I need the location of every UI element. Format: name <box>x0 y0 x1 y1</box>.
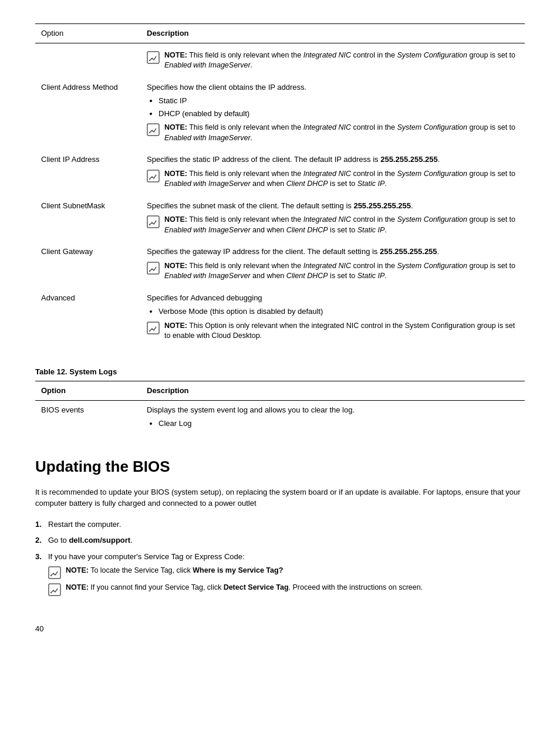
table-row: Advanced Specifies for Advanced debuggin… <box>35 289 525 349</box>
note-icon <box>48 583 61 596</box>
desc-cell: Displays the system event log and allows… <box>141 400 525 438</box>
note-text: NOTE: This field is only relevant when t… <box>164 50 519 71</box>
desc-text: Specifies the gateway IP address for the… <box>147 247 439 256</box>
note-text: NOTE: This Option is only relevant when … <box>164 321 519 341</box>
step-3: 3. If you have your computer's Service T… <box>35 551 525 600</box>
table-row: Client IP Address Specifies the static I… <box>35 150 525 197</box>
svg-point-15 <box>50 592 52 593</box>
note-icon <box>147 123 160 136</box>
option-cell: Client Address Method <box>35 78 141 151</box>
system-logs-desc-header: Description <box>141 381 525 401</box>
bullet-list: Verbose Mode (this option is disabled by… <box>158 306 519 317</box>
system-logs-table: Option Description BIOS events Displays … <box>35 381 525 438</box>
svg-rect-0 <box>147 52 159 63</box>
desc-cell: Specifies the static IP address of the c… <box>141 150 525 197</box>
note-box: NOTE: This field is only relevant when t… <box>147 215 519 235</box>
svg-point-1 <box>149 59 150 60</box>
note-text: NOTE: This field is only relevant when t… <box>164 215 519 235</box>
table-row: Client SubnetMask Specifies the subnet m… <box>35 197 525 243</box>
note-text: NOTE: This field is only relevant when t… <box>164 123 519 143</box>
step-2: 2. Go to dell.com/support. <box>35 535 525 546</box>
svg-rect-2 <box>147 124 159 136</box>
updating-bios-section: Updating the BIOS It is recommended to u… <box>35 455 525 600</box>
svg-point-3 <box>149 132 150 133</box>
step-number: 1. <box>35 519 48 530</box>
section-title: Updating the BIOS <box>35 455 525 478</box>
step-number: 3. <box>35 551 48 563</box>
table-row: BIOS events Displays the system event lo… <box>35 400 525 438</box>
note-text: NOTE: This field is only relevant when t… <box>164 169 519 190</box>
note-box-service-tag: NOTE: To locate the Service Tag, click W… <box>48 566 525 579</box>
option-cell: Advanced <box>35 289 141 349</box>
svg-rect-4 <box>147 170 159 182</box>
note-box: NOTE: This field is only relevant when t… <box>147 123 519 143</box>
svg-point-11 <box>149 330 150 331</box>
system-logs-option-header: Option <box>35 381 141 401</box>
note-box: NOTE: This field is only relevant when t… <box>147 169 519 190</box>
note-icon <box>147 215 160 228</box>
step-text: Go to dell.com/support. <box>48 535 525 546</box>
option-cell: Client SubnetMask <box>35 197 141 243</box>
clear-log-item: Clear Log <box>158 418 519 430</box>
desc-text: Specifies the subnet mask of the client.… <box>147 201 413 210</box>
svg-point-13 <box>50 575 52 576</box>
svg-rect-10 <box>147 322 159 334</box>
note-box: NOTE: This field is only relevant when t… <box>147 50 519 71</box>
option-cell: Client IP Address <box>35 150 141 197</box>
desc-cell: NOTE: This field is only relevant when t… <box>141 43 525 78</box>
option-cell: Client Gateway <box>35 242 141 289</box>
step-number: 2. <box>35 535 48 546</box>
note-icon <box>147 262 160 275</box>
svg-rect-8 <box>147 262 159 274</box>
option-cell <box>35 43 141 78</box>
step-text: If you have your computer's Service Tag … <box>48 551 525 600</box>
dell-support-link[interactable]: dell.com/support <box>69 536 130 545</box>
svg-point-5 <box>149 178 150 179</box>
page-number: 40 <box>35 623 525 635</box>
note-box: NOTE: This Option is only relevant when … <box>147 321 519 341</box>
steps-list: 1. Restart the computer. 2. Go to dell.c… <box>35 519 525 600</box>
main-table-desc-header: Description <box>141 24 525 43</box>
desc-cell: Specifies the subnet mask of the client.… <box>141 197 525 243</box>
option-cell: BIOS events <box>35 400 141 438</box>
note-icon <box>147 51 160 64</box>
table-row: Client Gateway Specifies the gateway IP … <box>35 242 525 289</box>
note-text: NOTE: This field is only relevant when t… <box>164 261 519 282</box>
svg-point-9 <box>149 270 150 271</box>
list-item: Verbose Mode (this option is disabled by… <box>158 306 519 317</box>
desc-text: Specifies for Advanced debugging <box>147 293 262 302</box>
note-text: NOTE: To locate the Service Tag, click W… <box>66 566 283 576</box>
note-icon <box>147 322 160 334</box>
table-row: NOTE: This field is only relevant when t… <box>35 43 525 78</box>
step-text: Restart the computer. <box>48 519 525 530</box>
section-intro: It is recommended to update your BIOS (s… <box>35 486 525 509</box>
note-text: NOTE: If you cannot find your Service Ta… <box>66 583 423 593</box>
note-icon <box>147 170 160 182</box>
list-item: DHCP (enabled by default) <box>158 108 519 120</box>
table-row: Client Address Method Specifies how the … <box>35 78 525 151</box>
main-table-option-header: Option <box>35 24 141 43</box>
desc-text: Specifies the static IP address of the c… <box>147 155 440 164</box>
desc-text: Specifies how the client obtains the IP … <box>147 83 306 92</box>
desc-cell: Specifies for Advanced debugging Verbose… <box>141 289 525 349</box>
table-caption: Table 12. System Logs <box>35 366 525 378</box>
bullet-list: Static IP DHCP (enabled by default) <box>158 95 519 119</box>
desc-text: Displays the system event log and allows… <box>147 405 355 414</box>
svg-rect-6 <box>147 216 159 228</box>
list-item: Static IP <box>158 95 519 107</box>
svg-point-7 <box>149 224 150 225</box>
svg-rect-12 <box>49 567 60 579</box>
svg-rect-14 <box>49 584 60 596</box>
system-logs-section: Table 12. System Logs Option Description… <box>35 366 525 438</box>
note-icon <box>48 566 61 579</box>
step-1: 1. Restart the computer. <box>35 519 525 530</box>
bullet-list: Clear Log <box>158 418 519 430</box>
step-3-text: If you have your computer's Service Tag … <box>48 552 245 561</box>
note-box: NOTE: This field is only relevant when t… <box>147 261 519 282</box>
desc-cell: Specifies the gateway IP address for the… <box>141 242 525 289</box>
main-options-table: Option Description NOTE: This field is o… <box>35 23 525 349</box>
desc-cell: Specifies how the client obtains the IP … <box>141 78 525 151</box>
note-box-detect-service-tag: NOTE: If you cannot find your Service Ta… <box>48 583 525 596</box>
